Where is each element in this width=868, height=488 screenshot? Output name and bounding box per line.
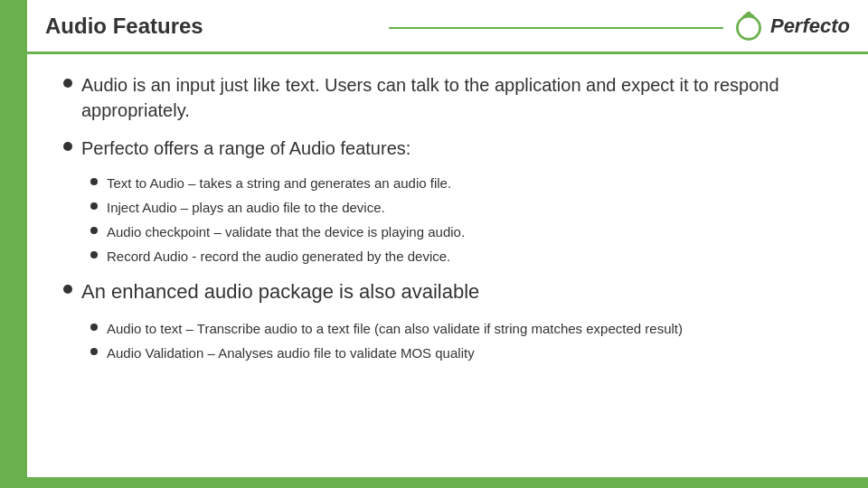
bullet-dot-2 [63, 142, 72, 151]
svg-point-0 [737, 16, 760, 39]
bullet-dot-3 [63, 285, 72, 294]
bullet-dot-1 [63, 79, 72, 88]
bullet-1-text: Audio is an input just like text. Users … [81, 72, 823, 123]
logo-text: Perfecto [770, 14, 850, 38]
sub-bullet2-1: Audio Validation – Analyses audio file t… [90, 343, 823, 362]
sub-bullet-0: Text to Audio – takes a string and gener… [90, 174, 823, 192]
slide-content: Audio is an input just like text. Users … [45, 54, 850, 470]
sub-bullet2-dot-1 [90, 348, 98, 355]
perfecto-logo-icon [732, 10, 765, 42]
sub-bullet-dot-3 [90, 251, 98, 258]
sub-bullet-text-0: Text to Audio – takes a string and gener… [107, 174, 451, 192]
sub-bullet-3: Record Audio - record the audio generate… [90, 247, 823, 266]
sub-bullet2-dot-0 [90, 324, 98, 331]
sub-bullet-dot-1 [90, 202, 98, 210]
slide-header: Audio Features Perfecto [27, 0, 868, 54]
sub-bullet-dot-0 [90, 178, 98, 185]
left-accent-bar [0, 0, 27, 488]
sub-bullet-text-2: Audio checkpoint – validate that the dev… [107, 222, 465, 241]
sub-bullets-container: Text to Audio – takes a string and gener… [90, 174, 823, 266]
sub-bullet-text-1: Inject Audio – plays an audio file to th… [107, 198, 385, 217]
sub-bullet-text-3: Record Audio - record the audio generate… [107, 247, 450, 266]
svg-point-1 [746, 11, 750, 15]
sub-bullet-1: Inject Audio – plays an audio file to th… [90, 198, 823, 217]
sub-bullet-dot-2 [90, 227, 98, 234]
header-separator [389, 27, 723, 29]
bullet-3-text: An enhanced audio package is also availa… [81, 278, 479, 306]
slide-title: Audio Features [45, 14, 203, 39]
sub-bullets2-container: Audio to text – Transcribe audio to a te… [90, 319, 823, 362]
logo: Perfecto [732, 10, 850, 42]
sub-bullet2-text-0: Audio to text – Transcribe audio to a te… [107, 319, 683, 338]
bullet-2-text: Perfecto offers a range of Audio feature… [81, 136, 410, 161]
bullet-2: Perfecto offers a range of Audio feature… [63, 136, 823, 161]
sub-bullet2-text-1: Audio Validation – Analyses audio file t… [107, 343, 475, 362]
sub-bullet2-0: Audio to text – Transcribe audio to a te… [90, 319, 823, 338]
bullet-3: An enhanced audio package is also availa… [63, 278, 823, 306]
slide: Audio Features Perfecto Audio is an inpu… [0, 0, 868, 488]
bottom-accent-bar [0, 477, 868, 488]
bullet-1: Audio is an input just like text. Users … [63, 72, 823, 123]
sub-bullet-2: Audio checkpoint – validate that the dev… [90, 222, 823, 241]
